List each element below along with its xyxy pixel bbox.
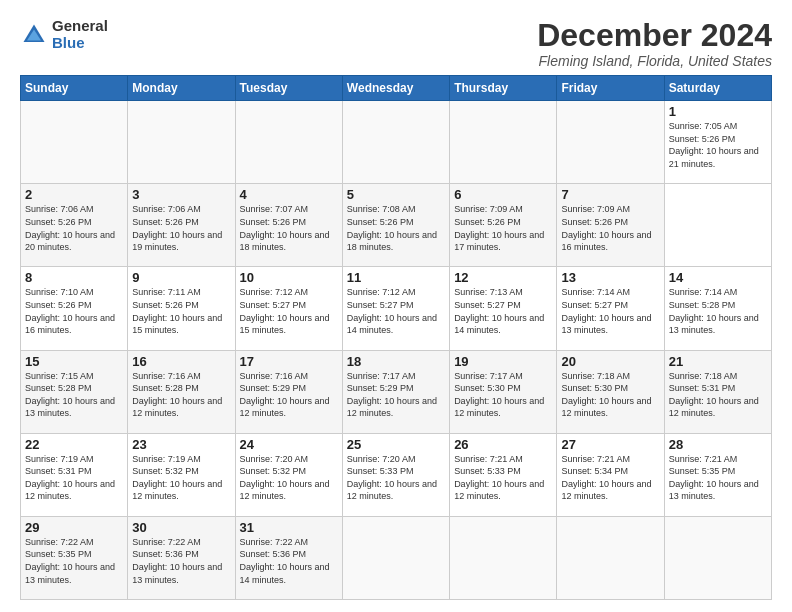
day-info: Sunrise: 7:16 AMSunset: 5:28 PMDaylight:… bbox=[132, 370, 230, 420]
day-number: 23 bbox=[132, 437, 230, 452]
day-info: Sunrise: 7:12 AMSunset: 5:27 PMDaylight:… bbox=[240, 286, 338, 336]
table-row: 13Sunrise: 7:14 AMSunset: 5:27 PMDayligh… bbox=[557, 267, 664, 350]
table-row: 15Sunrise: 7:15 AMSunset: 5:28 PMDayligh… bbox=[21, 350, 128, 433]
logo-text: General Blue bbox=[52, 18, 108, 51]
table-row: 20Sunrise: 7:18 AMSunset: 5:30 PMDayligh… bbox=[557, 350, 664, 433]
table-row: 1Sunrise: 7:05 AMSunset: 5:26 PMDaylight… bbox=[664, 101, 771, 184]
logo: General Blue bbox=[20, 18, 108, 51]
col-wednesday: Wednesday bbox=[342, 76, 449, 101]
table-row: 4Sunrise: 7:07 AMSunset: 5:26 PMDaylight… bbox=[235, 184, 342, 267]
day-number: 9 bbox=[132, 270, 230, 285]
table-row: 9Sunrise: 7:11 AMSunset: 5:26 PMDaylight… bbox=[128, 267, 235, 350]
day-number: 14 bbox=[669, 270, 767, 285]
logo-icon bbox=[20, 21, 48, 49]
day-number: 24 bbox=[240, 437, 338, 452]
day-info: Sunrise: 7:12 AMSunset: 5:27 PMDaylight:… bbox=[347, 286, 445, 336]
day-number: 8 bbox=[25, 270, 123, 285]
table-row: 18Sunrise: 7:17 AMSunset: 5:29 PMDayligh… bbox=[342, 350, 449, 433]
header: General Blue December 2024 Fleming Islan… bbox=[20, 18, 772, 69]
day-number: 18 bbox=[347, 354, 445, 369]
day-info: Sunrise: 7:14 AMSunset: 5:28 PMDaylight:… bbox=[669, 286, 767, 336]
day-info: Sunrise: 7:14 AMSunset: 5:27 PMDaylight:… bbox=[561, 286, 659, 336]
table-row: 17Sunrise: 7:16 AMSunset: 5:29 PMDayligh… bbox=[235, 350, 342, 433]
day-info: Sunrise: 7:18 AMSunset: 5:30 PMDaylight:… bbox=[561, 370, 659, 420]
day-number: 7 bbox=[561, 187, 659, 202]
table-row: 23Sunrise: 7:19 AMSunset: 5:32 PMDayligh… bbox=[128, 433, 235, 516]
empty-cell bbox=[21, 101, 128, 184]
table-row: 14Sunrise: 7:14 AMSunset: 5:28 PMDayligh… bbox=[664, 267, 771, 350]
empty-cell bbox=[557, 101, 664, 184]
table-row: 10Sunrise: 7:12 AMSunset: 5:27 PMDayligh… bbox=[235, 267, 342, 350]
day-info: Sunrise: 7:15 AMSunset: 5:28 PMDaylight:… bbox=[25, 370, 123, 420]
day-info: Sunrise: 7:20 AMSunset: 5:32 PMDaylight:… bbox=[240, 453, 338, 503]
empty-cell bbox=[342, 516, 449, 599]
table-row: 24Sunrise: 7:20 AMSunset: 5:32 PMDayligh… bbox=[235, 433, 342, 516]
day-info: Sunrise: 7:22 AMSunset: 5:35 PMDaylight:… bbox=[25, 536, 123, 586]
day-info: Sunrise: 7:09 AMSunset: 5:26 PMDaylight:… bbox=[561, 203, 659, 253]
day-info: Sunrise: 7:22 AMSunset: 5:36 PMDaylight:… bbox=[240, 536, 338, 586]
empty-cell bbox=[450, 516, 557, 599]
col-friday: Friday bbox=[557, 76, 664, 101]
day-number: 2 bbox=[25, 187, 123, 202]
day-info: Sunrise: 7:18 AMSunset: 5:31 PMDaylight:… bbox=[669, 370, 767, 420]
calendar-week-3: 8Sunrise: 7:10 AMSunset: 5:26 PMDaylight… bbox=[21, 267, 772, 350]
table-row: 21Sunrise: 7:18 AMSunset: 5:31 PMDayligh… bbox=[664, 350, 771, 433]
logo-blue: Blue bbox=[52, 35, 108, 52]
day-info: Sunrise: 7:21 AMSunset: 5:35 PMDaylight:… bbox=[669, 453, 767, 503]
table-row: 22Sunrise: 7:19 AMSunset: 5:31 PMDayligh… bbox=[21, 433, 128, 516]
table-row: 8Sunrise: 7:10 AMSunset: 5:26 PMDaylight… bbox=[21, 267, 128, 350]
table-row: 25Sunrise: 7:20 AMSunset: 5:33 PMDayligh… bbox=[342, 433, 449, 516]
empty-cell bbox=[664, 516, 771, 599]
day-number: 19 bbox=[454, 354, 552, 369]
day-info: Sunrise: 7:19 AMSunset: 5:32 PMDaylight:… bbox=[132, 453, 230, 503]
day-info: Sunrise: 7:19 AMSunset: 5:31 PMDaylight:… bbox=[25, 453, 123, 503]
main-title: December 2024 bbox=[537, 18, 772, 53]
table-row: 7Sunrise: 7:09 AMSunset: 5:26 PMDaylight… bbox=[557, 184, 664, 267]
day-number: 17 bbox=[240, 354, 338, 369]
table-row: 3Sunrise: 7:06 AMSunset: 5:26 PMDaylight… bbox=[128, 184, 235, 267]
table-row: 31Sunrise: 7:22 AMSunset: 5:36 PMDayligh… bbox=[235, 516, 342, 599]
day-number: 1 bbox=[669, 104, 767, 119]
day-number: 31 bbox=[240, 520, 338, 535]
day-number: 29 bbox=[25, 520, 123, 535]
day-number: 11 bbox=[347, 270, 445, 285]
empty-cell bbox=[128, 101, 235, 184]
col-tuesday: Tuesday bbox=[235, 76, 342, 101]
calendar-week-4: 15Sunrise: 7:15 AMSunset: 5:28 PMDayligh… bbox=[21, 350, 772, 433]
empty-cell bbox=[235, 101, 342, 184]
day-info: Sunrise: 7:21 AMSunset: 5:34 PMDaylight:… bbox=[561, 453, 659, 503]
day-info: Sunrise: 7:17 AMSunset: 5:29 PMDaylight:… bbox=[347, 370, 445, 420]
calendar-week-1: 1Sunrise: 7:05 AMSunset: 5:26 PMDaylight… bbox=[21, 101, 772, 184]
day-number: 26 bbox=[454, 437, 552, 452]
day-info: Sunrise: 7:13 AMSunset: 5:27 PMDaylight:… bbox=[454, 286, 552, 336]
day-info: Sunrise: 7:10 AMSunset: 5:26 PMDaylight:… bbox=[25, 286, 123, 336]
day-info: Sunrise: 7:09 AMSunset: 5:26 PMDaylight:… bbox=[454, 203, 552, 253]
day-number: 16 bbox=[132, 354, 230, 369]
day-number: 12 bbox=[454, 270, 552, 285]
logo-general: General bbox=[52, 18, 108, 35]
table-row: 5Sunrise: 7:08 AMSunset: 5:26 PMDaylight… bbox=[342, 184, 449, 267]
day-info: Sunrise: 7:07 AMSunset: 5:26 PMDaylight:… bbox=[240, 203, 338, 253]
calendar-week-5: 22Sunrise: 7:19 AMSunset: 5:31 PMDayligh… bbox=[21, 433, 772, 516]
day-number: 3 bbox=[132, 187, 230, 202]
day-number: 13 bbox=[561, 270, 659, 285]
day-number: 15 bbox=[25, 354, 123, 369]
table-row: 12Sunrise: 7:13 AMSunset: 5:27 PMDayligh… bbox=[450, 267, 557, 350]
day-info: Sunrise: 7:16 AMSunset: 5:29 PMDaylight:… bbox=[240, 370, 338, 420]
day-number: 27 bbox=[561, 437, 659, 452]
day-number: 4 bbox=[240, 187, 338, 202]
day-info: Sunrise: 7:08 AMSunset: 5:26 PMDaylight:… bbox=[347, 203, 445, 253]
day-number: 10 bbox=[240, 270, 338, 285]
calendar-table: Sunday Monday Tuesday Wednesday Thursday… bbox=[20, 75, 772, 600]
calendar-week-2: 2Sunrise: 7:06 AMSunset: 5:26 PMDaylight… bbox=[21, 184, 772, 267]
day-info: Sunrise: 7:06 AMSunset: 5:26 PMDaylight:… bbox=[132, 203, 230, 253]
table-row: 6Sunrise: 7:09 AMSunset: 5:26 PMDaylight… bbox=[450, 184, 557, 267]
table-row: 28Sunrise: 7:21 AMSunset: 5:35 PMDayligh… bbox=[664, 433, 771, 516]
day-number: 5 bbox=[347, 187, 445, 202]
col-saturday: Saturday bbox=[664, 76, 771, 101]
table-row: 11Sunrise: 7:12 AMSunset: 5:27 PMDayligh… bbox=[342, 267, 449, 350]
day-number: 22 bbox=[25, 437, 123, 452]
day-number: 25 bbox=[347, 437, 445, 452]
col-thursday: Thursday bbox=[450, 76, 557, 101]
day-number: 6 bbox=[454, 187, 552, 202]
